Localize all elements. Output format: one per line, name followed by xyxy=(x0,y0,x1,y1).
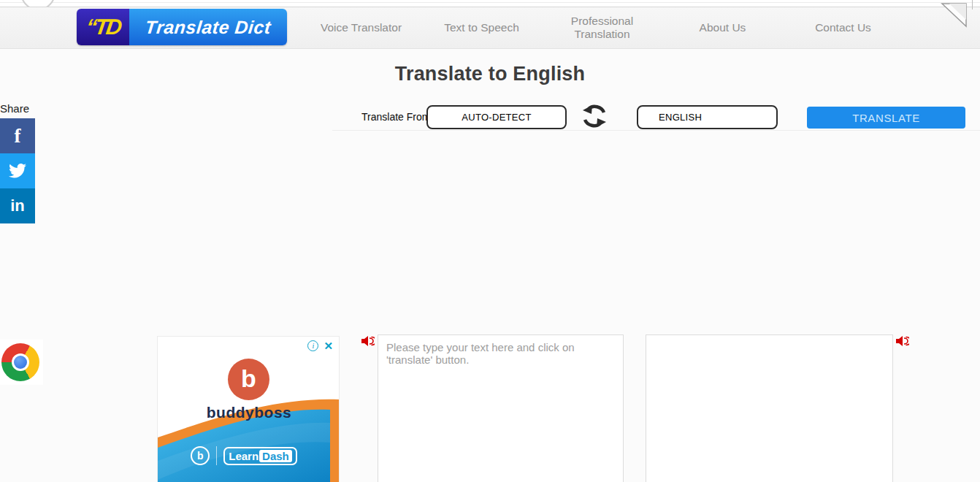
chrome-shortcut[interactable] xyxy=(0,340,43,385)
nav-items: Voice Translator Text to Speech Professi… xyxy=(301,7,903,48)
linkedin-icon: in xyxy=(10,196,25,215)
source-text-input[interactable] xyxy=(378,334,624,482)
speak-translation-icon[interactable] xyxy=(895,334,909,348)
partial-circle-decoration xyxy=(20,0,55,7)
top-right-tick xyxy=(972,0,973,9)
nav-item-voice-translator[interactable]: Voice Translator xyxy=(301,21,421,34)
swap-languages-icon[interactable] xyxy=(581,102,608,130)
page-title: Translate to English xyxy=(0,63,980,85)
translatedict-page: “TD Translate Dict Voice Translator Text… xyxy=(0,0,980,482)
learndash-logo: Learn Dash xyxy=(223,447,297,465)
learndash-dash-text: Dash xyxy=(259,450,292,462)
site-logo[interactable]: “TD Translate Dict xyxy=(77,9,287,45)
nav-item-professional-translation[interactable]: Professional Translation xyxy=(542,15,662,41)
ad-close-icon[interactable]: ✕ xyxy=(324,340,333,351)
ad-partner-row: b Learn Dash xyxy=(158,446,330,465)
chrome-icon-center xyxy=(14,356,27,369)
nav-item-text-to-speech[interactable]: Text to Speech xyxy=(421,21,542,34)
facebook-icon: f xyxy=(15,125,21,148)
buddyboss-brand-text: buddyboss xyxy=(158,404,340,421)
target-language-select[interactable]: ENGLISH xyxy=(637,105,778,129)
logo-name-text: Translate Dict xyxy=(144,17,272,38)
chrome-icon xyxy=(1,343,39,381)
twitter-icon xyxy=(8,163,27,179)
translate-from-label: Translate From xyxy=(361,111,430,123)
ad-info-icon[interactable]: i xyxy=(307,340,318,351)
translated-text-output[interactable] xyxy=(646,334,893,482)
top-faint-line xyxy=(0,2,980,3)
form-divider xyxy=(332,130,980,131)
partner-separator xyxy=(216,446,217,465)
mouse-cursor-icon xyxy=(939,2,968,31)
share-facebook-button[interactable]: f xyxy=(0,118,35,153)
share-twitter-button[interactable] xyxy=(0,153,35,188)
logo-monogram-block: “TD xyxy=(77,9,129,45)
buddyboss-logo-icon: b xyxy=(228,359,269,400)
translate-button[interactable]: TRANSLATE xyxy=(807,107,965,129)
logo-name-block: Translate Dict xyxy=(129,9,287,45)
ad-controls: i ✕ xyxy=(307,340,333,351)
share-label: Share xyxy=(0,102,29,115)
navbar: “TD Translate Dict Voice Translator Text… xyxy=(0,7,980,49)
nav-item-about-us[interactable]: About Us xyxy=(662,21,783,34)
buddyboss-monogram: b xyxy=(241,366,256,391)
speak-source-icon[interactable] xyxy=(361,334,375,348)
advertisement[interactable]: i ✕ b buddyboss b Learn Dash xyxy=(157,336,340,482)
share-linkedin-button[interactable]: in xyxy=(0,188,35,223)
learndash-learn-text: Learn xyxy=(229,450,259,462)
nav-item-contact-us[interactable]: Contact Us xyxy=(783,21,903,34)
buddyboss-mini-icon: b xyxy=(191,446,210,465)
logo-monogram-text: “TD xyxy=(85,16,121,38)
browser-top-strip xyxy=(0,0,980,7)
source-language-select[interactable]: AUTO-DETECT xyxy=(426,105,567,129)
